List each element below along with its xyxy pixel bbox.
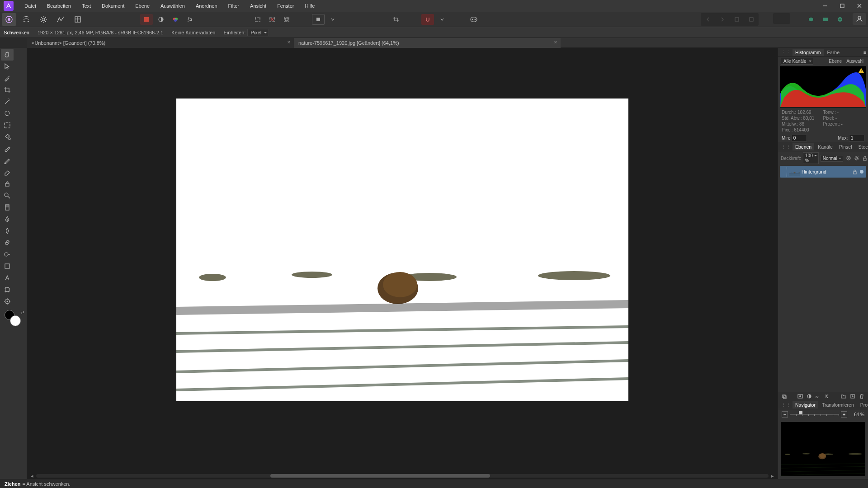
btn-store-1[interactable] bbox=[805, 14, 817, 25]
tool-blur[interactable] bbox=[1, 225, 14, 237]
layer-live-icon[interactable] bbox=[824, 393, 831, 399]
tool-text[interactable] bbox=[1, 272, 14, 284]
doc-tab-0[interactable]: <Unbenannt> [Geändert] (70,8%) × bbox=[27, 38, 294, 48]
btn-arr-back[interactable] bbox=[702, 14, 714, 25]
hscrollbar[interactable]: ◂ ▸ bbox=[30, 474, 775, 478]
histogram-act-ebene[interactable]: Ebene bbox=[827, 58, 844, 64]
menu-filter[interactable]: Filter bbox=[223, 0, 245, 12]
tool-gradient[interactable] bbox=[1, 202, 14, 213]
menu-fenster[interactable]: Fenster bbox=[272, 0, 299, 12]
layer-row-0[interactable]: Hintergrund bbox=[780, 166, 866, 178]
tool-selection-brush[interactable] bbox=[1, 108, 14, 119]
doc-tab-0-close[interactable]: × bbox=[288, 39, 290, 45]
tool-crop[interactable] bbox=[1, 84, 14, 96]
tool-healing[interactable] bbox=[1, 237, 14, 249]
btn-autolevels[interactable] bbox=[184, 14, 196, 25]
zoom-out-button[interactable]: − bbox=[782, 411, 788, 418]
zoom-percent[interactable]: 64 % bbox=[849, 412, 864, 417]
menu-ebene[interactable]: Ebene bbox=[130, 0, 155, 12]
tool-clone[interactable] bbox=[1, 178, 14, 190]
tool-hand[interactable] bbox=[1, 49, 14, 61]
menu-bearbeiten[interactable]: Bearbeiten bbox=[42, 0, 76, 12]
persona-tone-mapping[interactable] bbox=[53, 13, 68, 26]
window-close[interactable] bbox=[851, 0, 868, 12]
layer-mask-icon[interactable] bbox=[797, 393, 804, 399]
histogram-panel-menu[interactable]: ≡ bbox=[863, 50, 866, 55]
btn-autocontrast[interactable] bbox=[155, 14, 167, 25]
tool-flood-fill[interactable] bbox=[1, 131, 14, 143]
zoom-in-button[interactable]: + bbox=[841, 411, 847, 418]
tool-marquee[interactable] bbox=[1, 119, 14, 131]
document-canvas[interactable] bbox=[176, 99, 628, 401]
layer-add-icon[interactable] bbox=[849, 393, 856, 399]
layer-fx-icon[interactable] bbox=[846, 155, 851, 161]
btn-assistant[interactable] bbox=[467, 14, 480, 25]
btn-crop-toggle[interactable] bbox=[390, 14, 402, 25]
tool-shape[interactable] bbox=[1, 260, 14, 272]
tab-transformieren[interactable]: Transformieren bbox=[819, 401, 857, 408]
btn-quickmask[interactable] bbox=[312, 14, 325, 25]
color-front[interactable] bbox=[10, 315, 21, 326]
tool-eraser[interactable] bbox=[1, 166, 14, 178]
tab-histogramm[interactable]: Histogramm bbox=[793, 49, 824, 56]
tab-farbe[interactable]: Farbe bbox=[825, 49, 842, 56]
histogram-channel-dd[interactable]: Alle Kanäle bbox=[781, 58, 813, 65]
layer-visible-icon[interactable] bbox=[859, 169, 864, 174]
color-swatch[interactable]: ⇄ bbox=[5, 310, 22, 328]
zoom-slider[interactable] bbox=[790, 412, 839, 417]
doc-tab-1-close[interactable]: × bbox=[554, 39, 557, 45]
menu-auswaehlen[interactable]: Auswählen bbox=[155, 0, 190, 12]
btn-arr-4[interactable] bbox=[745, 14, 758, 25]
opacity-dd[interactable]: 100 % bbox=[803, 152, 819, 164]
menu-datei[interactable]: Datei bbox=[19, 0, 42, 12]
max-input[interactable] bbox=[849, 135, 864, 141]
btn-autowhite[interactable] bbox=[169, 14, 182, 25]
tool-brush[interactable] bbox=[1, 143, 14, 155]
btn-sel-deselect[interactable] bbox=[266, 14, 278, 25]
tool-target[interactable] bbox=[1, 296, 14, 307]
persona-export[interactable] bbox=[71, 13, 85, 26]
btn-autocolor[interactable] bbox=[140, 14, 153, 25]
btn-store-3[interactable] bbox=[834, 14, 846, 25]
color-swap-icon[interactable]: ⇄ bbox=[20, 310, 24, 315]
tool-zoom[interactable] bbox=[1, 190, 14, 202]
btn-store-2[interactable] bbox=[819, 14, 832, 25]
persona-develop[interactable] bbox=[36, 13, 51, 26]
navigator-preview[interactable] bbox=[781, 422, 865, 476]
persona-photo[interactable] bbox=[2, 13, 16, 26]
persona-liquify[interactable] bbox=[19, 13, 33, 26]
tool-dodge[interactable] bbox=[1, 249, 14, 260]
menu-hilfe[interactable]: Hilfe bbox=[299, 0, 320, 12]
histogram-act-auswahl[interactable]: Auswahl bbox=[844, 58, 865, 64]
layer-merge-icon[interactable] bbox=[781, 393, 788, 399]
hscroll-left[interactable]: ◂ bbox=[30, 473, 34, 479]
layer-name[interactable]: Hintergrund bbox=[802, 169, 826, 174]
tab-stock[interactable]: Stock bbox=[856, 143, 868, 150]
window-minimize[interactable] bbox=[816, 0, 834, 12]
btn-arr-fwd[interactable] bbox=[716, 14, 729, 25]
min-input[interactable] bbox=[792, 135, 807, 141]
layer-folder-icon[interactable] bbox=[840, 393, 847, 399]
canvas-area[interactable]: ◂ ▸ bbox=[27, 48, 778, 479]
tool-pen[interactable] bbox=[1, 213, 14, 225]
btn-addon[interactable] bbox=[773, 13, 790, 24]
units-dropdown[interactable]: Pixel bbox=[247, 29, 269, 36]
tab-ebenen[interactable]: Ebenen bbox=[793, 143, 814, 150]
menu-ansicht[interactable]: Ansicht bbox=[245, 0, 272, 12]
layer-gear-icon[interactable] bbox=[854, 155, 859, 161]
btn-snapping-dd[interactable] bbox=[436, 14, 448, 25]
tab-navigator[interactable]: Navigator bbox=[793, 401, 818, 408]
btn-arr-3[interactable] bbox=[731, 14, 743, 25]
layer-lock-icon[interactable] bbox=[862, 155, 868, 161]
tool-color-picker[interactable] bbox=[1, 72, 14, 84]
btn-sel-invert[interactable] bbox=[280, 14, 293, 25]
tool-mesh[interactable] bbox=[1, 284, 14, 296]
btn-quickmask-dd[interactable] bbox=[326, 14, 339, 25]
doc-tab-1[interactable]: nature-7595617_1920.jpg [Geändert] (64,1… bbox=[294, 38, 561, 48]
btn-sel-all[interactable] bbox=[251, 14, 264, 25]
menu-text[interactable]: Text bbox=[76, 0, 96, 12]
layer-fx2-icon[interactable]: fx bbox=[815, 393, 822, 399]
layer-checkbox[interactable] bbox=[782, 167, 787, 177]
tool-pencil[interactable] bbox=[1, 155, 14, 166]
btn-snapping[interactable] bbox=[421, 14, 434, 25]
